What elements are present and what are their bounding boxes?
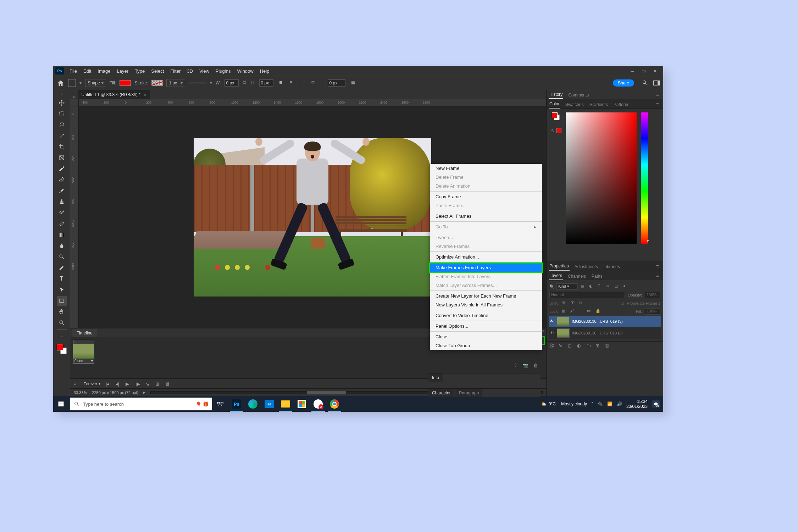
color-fg-bg-swatch[interactable] xyxy=(552,112,560,120)
tab-layers[interactable]: Layers xyxy=(549,272,563,280)
menu-select[interactable]: Select xyxy=(148,67,167,75)
timeline-frame[interactable]: 1 0 sec.▾ xyxy=(73,340,94,364)
group-icon[interactable]: 🗀 xyxy=(586,343,591,348)
layer-name[interactable]: IMG20230130...URST019 (3) xyxy=(572,319,623,323)
tray-volume-icon[interactable]: 🔊 xyxy=(617,401,622,406)
menu-window[interactable]: Window xyxy=(234,67,256,75)
taskbar-edge-icon[interactable] xyxy=(245,396,261,412)
height-input[interactable]: 0 px xyxy=(259,79,273,87)
gradient-tool-icon[interactable] xyxy=(57,230,67,240)
menu-file[interactable]: File xyxy=(67,67,80,75)
prev-frame-icon[interactable]: ◂| xyxy=(116,381,121,386)
fill-color-swatch[interactable] xyxy=(120,80,131,86)
new-layer-icon[interactable]: ⊞ xyxy=(595,343,600,348)
eraser-tool-icon[interactable] xyxy=(57,219,67,229)
zoom-level[interactable]: 33.33% xyxy=(74,390,87,395)
document-tab[interactable]: Untitled-1 @ 33.3% (RGB/8#) *✕ xyxy=(78,90,150,99)
align-edges-icon[interactable]: ▦ xyxy=(351,80,358,86)
delete-frame-icon[interactable]: 🗑 xyxy=(165,381,170,386)
tab-adjustments[interactable]: Adjustments xyxy=(574,263,599,271)
closest-color-swatch[interactable] xyxy=(556,128,561,133)
blend-mode-select[interactable]: Normal xyxy=(549,292,625,298)
dodge-tool-icon[interactable] xyxy=(57,252,67,262)
menu-item-convert-to-video-timeline[interactable]: Convert to Video Timeline xyxy=(430,311,542,320)
blur-tool-icon[interactable] xyxy=(57,241,67,251)
tray-charging-icon[interactable]: 🔌 xyxy=(598,401,603,406)
history-menu-icon[interactable]: ≡ xyxy=(656,92,661,98)
close-icon[interactable]: ✕ xyxy=(653,68,658,73)
color-field[interactable] xyxy=(566,112,637,244)
share-button[interactable]: Share xyxy=(613,79,634,87)
crop-tool-icon[interactable] xyxy=(57,142,67,152)
menu-item-select-all-frames[interactable]: Select All Frames xyxy=(430,212,542,221)
filter-adjustment-icon[interactable]: ◐ xyxy=(589,284,595,289)
type-tool-icon[interactable]: T xyxy=(57,274,67,284)
tween-icon[interactable]: ↘ xyxy=(145,381,150,386)
taskbar-search[interactable]: Type here to search 🎈🎁 xyxy=(70,398,212,410)
hand-tool-icon[interactable] xyxy=(57,307,67,317)
export-icon[interactable]: ⇪ xyxy=(514,363,517,368)
visibility-icon[interactable]: 👁 xyxy=(550,319,555,324)
menu-layer[interactable]: Layer xyxy=(114,67,132,75)
filter-type-icon[interactable]: T xyxy=(598,284,603,289)
layer-style-icon[interactable]: fx xyxy=(559,343,564,348)
path-select-tool-icon[interactable] xyxy=(57,285,67,295)
layers-menu-icon[interactable]: ≡ xyxy=(656,273,661,278)
frame-tool-icon[interactable] xyxy=(57,153,67,163)
fill-input[interactable]: 100% xyxy=(645,308,660,315)
unify-position-icon[interactable]: ⊕ xyxy=(562,300,568,306)
adjustment-layer-icon[interactable]: ◐ xyxy=(577,343,582,348)
toolbar-collapse-icon[interactable]: » xyxy=(61,92,63,96)
marquee-tool-icon[interactable] xyxy=(57,109,67,119)
camera-icon[interactable]: 📷 xyxy=(522,363,528,368)
menu-type[interactable]: Type xyxy=(132,67,148,75)
move-tool-icon[interactable] xyxy=(57,98,67,108)
stroke-color-swatch[interactable] xyxy=(151,80,163,86)
start-button[interactable] xyxy=(53,396,69,412)
timeline-options-icon[interactable]: ≡ xyxy=(74,381,79,386)
menu-help[interactable]: Help xyxy=(257,67,272,75)
stroke-style-select[interactable] xyxy=(189,80,206,86)
filter-shape-icon[interactable]: ▱ xyxy=(606,284,612,289)
play-icon[interactable]: ▶ xyxy=(126,381,131,386)
radius-input[interactable]: 0 px xyxy=(328,79,345,87)
hue-slider[interactable] xyxy=(641,112,648,244)
edit-toolbar-icon[interactable]: ⋯ xyxy=(57,332,67,342)
visibility-icon[interactable]: 👁 xyxy=(550,331,555,336)
menu-item-close-tab-group[interactable]: Close Tab Group xyxy=(430,341,542,350)
path-alignment-icon[interactable]: ≡ xyxy=(290,80,296,86)
eyedropper-tool-icon[interactable] xyxy=(57,164,67,174)
shape-preset-icon[interactable] xyxy=(68,79,76,87)
lock-artboard-icon[interactable]: ▭ xyxy=(587,309,593,314)
layer-name[interactable]: IMG20230130...URST018 (3) xyxy=(572,331,623,335)
properties-menu-icon[interactable]: ≡ xyxy=(656,264,661,269)
layer-filter-select[interactable]: Kind ▾ xyxy=(556,283,578,290)
first-frame-icon[interactable]: |◂ xyxy=(106,381,111,386)
menu-view[interactable]: View xyxy=(196,67,212,75)
unify-style-icon[interactable]: fx xyxy=(579,300,585,306)
taskbar-mail-icon[interactable]: ✉ xyxy=(261,396,277,412)
tab-gradients[interactable]: Gradients xyxy=(589,101,609,109)
menu-item-new-frame[interactable]: New Frame xyxy=(430,164,542,173)
menu-item-new-layers-visible-in-all-frames[interactable]: New Layers Visible in All Frames xyxy=(430,300,542,309)
path-operations-icon[interactable]: ◼ xyxy=(279,80,286,86)
pen-tool-icon[interactable] xyxy=(57,263,67,273)
path-arrangement-icon[interactable]: ⬚ xyxy=(300,80,307,86)
status-menu-icon[interactable]: ▸ xyxy=(143,390,145,395)
maximize-icon[interactable]: ▭ xyxy=(641,68,646,73)
menu-item-panel-options[interactable]: Panel Options... xyxy=(430,322,542,331)
width-input[interactable]: 0 px xyxy=(225,79,239,87)
link-dimensions-icon[interactable]: ⛓ xyxy=(242,80,248,86)
tab-properties[interactable]: Properties xyxy=(549,262,570,271)
shape-mode-select[interactable]: Shape▾ xyxy=(85,79,106,87)
tray-wifi-icon[interactable]: 📶 xyxy=(607,401,613,406)
home-icon[interactable] xyxy=(57,79,65,87)
new-frame-icon[interactable]: ⊞ xyxy=(155,381,160,386)
rectangle-tool-icon[interactable] xyxy=(57,296,67,306)
tab-channels[interactable]: Channels xyxy=(567,272,587,280)
propagate-checkbox[interactable]: Propagate Frame 1 xyxy=(627,301,660,305)
menu-edit[interactable]: Edit xyxy=(81,67,94,75)
filter-toggle-icon[interactable]: ● xyxy=(623,284,629,289)
taskbar-app-icon[interactable]: 2 xyxy=(310,396,326,412)
tab-paragraph[interactable]: Paragraph xyxy=(455,389,482,397)
